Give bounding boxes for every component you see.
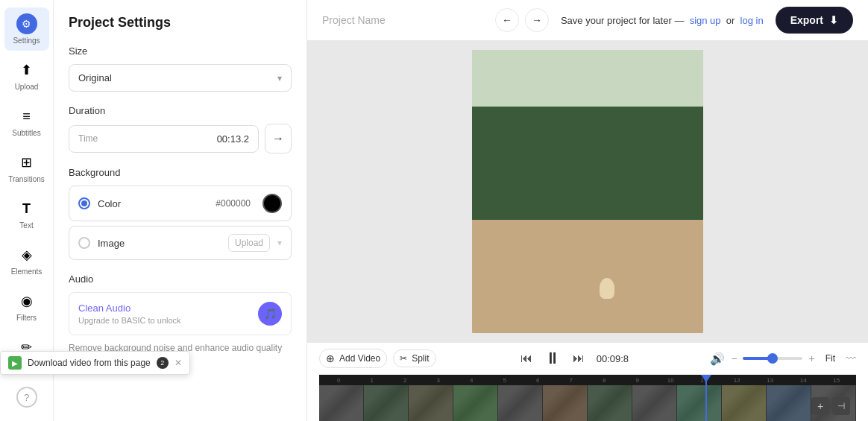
size-select[interactable]: Original ▾ [69, 64, 292, 92]
filmstrip [319, 385, 856, 421]
size-value: Original [78, 72, 112, 83]
skip-forward-button[interactable]: ⏭ [570, 349, 588, 368]
background-image-option[interactable]: Image Upload ▾ [69, 226, 292, 260]
sidebar-item-subtitles[interactable]: ≡ Subtitles [4, 100, 49, 143]
film-frame [632, 385, 677, 421]
background-section: Background Color #000000 Image Upload ▾ [69, 167, 292, 260]
sidebar-label-text: Text [19, 221, 33, 230]
upload-icon: ⬆ [16, 60, 37, 80]
audio-section: Audio Clean Audio Upgrade to BASIC to un… [69, 273, 292, 353]
bg-image-chevron-icon: ▾ [277, 238, 282, 248]
timeline-end-button[interactable]: ⊣ [832, 397, 850, 415]
film-frame [364, 385, 409, 421]
sidebar-label-elements: Elements [11, 268, 43, 276]
duration-input-label: Time [78, 133, 98, 144]
background-color-option[interactable]: Color #000000 [69, 186, 292, 221]
duration-section: Duration Time 00:13.2 → [69, 105, 292, 153]
ruler-mark: 15 [820, 377, 854, 384]
film-frame [722, 385, 767, 421]
bg-color-value: #000000 [216, 198, 251, 209]
sidebar-label-transitions: Transitions [8, 175, 45, 183]
playback-center: ⏮ ⏸ ⏭ 00:09:8 [445, 349, 702, 368]
undo-icon: ← [502, 14, 512, 26]
background-label: Background [69, 167, 292, 178]
timeline-ruler: 0 1 2 3 4 5 6 7 8 9 10 11 12 13 14 15 [319, 375, 856, 385]
sidebar-label-upload: Upload [15, 83, 39, 91]
size-section: Size Original ▾ [69, 45, 292, 92]
split-button[interactable]: ✂ Split [393, 349, 435, 367]
zoom-slider[interactable] [743, 357, 802, 360]
timeline-playhead[interactable] [705, 375, 707, 421]
video-placeholder [472, 50, 703, 333]
add-video-button[interactable]: ⊕ Add Video [319, 349, 387, 368]
timeline[interactable]: 0 1 2 3 4 5 6 7 8 9 10 11 12 13 14 15 [319, 375, 856, 421]
zoom-in-icon[interactable]: + [808, 352, 814, 364]
ruler-mark: 12 [720, 377, 754, 384]
zoom-out-icon[interactable]: − [731, 352, 737, 364]
redo-icon: → [532, 14, 542, 26]
ruler-mark: 2 [389, 377, 422, 384]
redo-button[interactable]: → [525, 8, 549, 32]
ruler-mark: 6 [521, 377, 555, 384]
video-sky [472, 50, 703, 107]
film-frame [319, 385, 364, 421]
play-pause-icon: ⏸ [544, 349, 561, 367]
project-name-input[interactable]: Project Name [322, 14, 483, 26]
video-dog [600, 278, 614, 299]
ruler-mark: 3 [422, 377, 456, 384]
subtitles-icon: ≡ [16, 106, 37, 127]
sign-up-link[interactable]: sign up [690, 15, 721, 26]
video-preview [307, 41, 868, 342]
audio-card[interactable]: Clean Audio Upgrade to BASIC to unlock 🎵 [69, 292, 292, 335]
playback-bar: ⊕ Add Video ✂ Split ⏮ ⏸ ⏭ 00:09:8 🔊 − [319, 343, 856, 375]
play-pause-button[interactable]: ⏸ [544, 349, 561, 368]
fit-button[interactable]: Fit [821, 352, 840, 365]
timeline-add-button[interactable]: + [811, 397, 829, 415]
ruler-mark: 7 [555, 377, 588, 384]
sidebar-item-upload[interactable]: ⬆ Upload [4, 54, 49, 97]
ruler-mark: 4 [455, 377, 488, 384]
duration-btn-icon: → [272, 132, 284, 145]
sidebar-item-transitions[interactable]: ⊞ Transitions [4, 146, 49, 189]
bg-color-label: Color [98, 198, 208, 209]
undo-button[interactable]: ← [495, 8, 519, 32]
text-icon: T [16, 198, 37, 219]
sidebar-label-subtitles: Subtitles [12, 129, 40, 137]
sidebar-item-filters[interactable]: ◉ Filters [4, 285, 49, 328]
nav-buttons: ← → [495, 8, 549, 32]
color-radio-button[interactable] [78, 197, 90, 209]
image-radio-button[interactable] [78, 237, 90, 249]
sidebar-item-settings[interactable]: ⚙ Settings [4, 7, 49, 51]
film-frame [767, 385, 811, 421]
duration-action-button[interactable]: → [265, 124, 292, 153]
ruler-mark: 1 [356, 377, 389, 384]
filters-icon: ◉ [16, 291, 37, 311]
duration-row: Time 00:13.2 → [69, 124, 292, 153]
volume-icon[interactable]: 🔊 [710, 352, 725, 366]
export-button[interactable]: Export ⬇ [776, 7, 853, 34]
sidebar-item-elements[interactable]: ◈ Elements [4, 238, 49, 282]
ruler-mark: 9 [621, 377, 655, 384]
film-frame [543, 385, 588, 421]
top-bar: Project Name ← → Save your project for l… [307, 0, 868, 41]
film-frame [453, 385, 498, 421]
video-trees [472, 107, 703, 220]
ruler-mark: 0 [322, 377, 356, 384]
duration-label: Duration [69, 105, 292, 116]
skip-back-button[interactable]: ⏮ [518, 349, 535, 368]
ruler-mark: 13 [754, 377, 787, 384]
ruler-mark: 10 [654, 377, 688, 384]
playhead-triangle [701, 375, 711, 382]
waveform-icon[interactable]: 〰 [846, 352, 856, 364]
duration-input[interactable]: Time 00:13.2 [69, 125, 259, 153]
add-video-label: Add Video [339, 353, 380, 364]
sidebar-item-help[interactable]: ? [4, 381, 49, 414]
sidebar-label-settings: Settings [13, 37, 40, 45]
sidebar-item-text[interactable]: T Text [4, 192, 49, 235]
help-icon: ? [16, 387, 37, 408]
main-content: Project Name ← → Save your project for l… [307, 0, 868, 421]
bg-color-swatch[interactable] [262, 194, 282, 213]
bg-upload-button[interactable]: Upload [228, 234, 270, 252]
transitions-icon: ⊞ [16, 152, 37, 173]
log-in-link[interactable]: log in [740, 15, 764, 26]
